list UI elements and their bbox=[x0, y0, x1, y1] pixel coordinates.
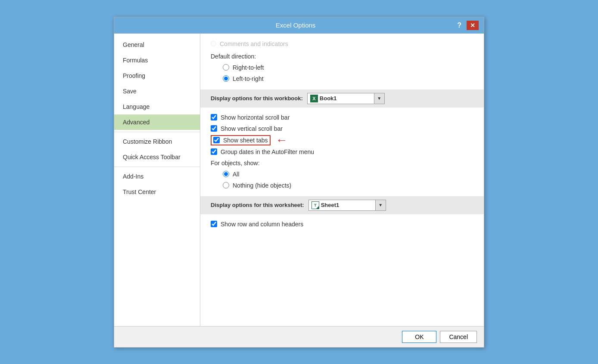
show-row-col-checkbox[interactable] bbox=[211, 221, 217, 227]
workbook-dropdown[interactable]: X Book1 ▼ bbox=[307, 93, 385, 104]
workbook-section-header: Display options for this workbook: X Boo… bbox=[200, 89, 484, 108]
help-button[interactable]: ? bbox=[455, 21, 464, 30]
worksheet-dropdown-arrow[interactable]: ▼ bbox=[375, 200, 386, 210]
show-hscroll-row: Show horizontal scroll bar bbox=[211, 112, 473, 123]
rtl-label: Right-to-left bbox=[233, 64, 264, 71]
top-partial-text: Comments and indicators bbox=[211, 40, 473, 51]
workbook-section-label: Display options for this workbook: bbox=[211, 95, 303, 102]
for-objects-all-row: All bbox=[223, 169, 473, 180]
sidebar-divider bbox=[114, 132, 200, 132]
show-sheet-tabs-row-container: Show sheet tabs ← bbox=[211, 134, 473, 146]
title-bar-controls: ? ✕ bbox=[455, 21, 479, 30]
scroll-area[interactable]: Comments and indicators Default directio… bbox=[200, 34, 484, 326]
show-sheet-tabs-label: Show sheet tabs bbox=[223, 137, 268, 144]
default-direction-label: Default direction: bbox=[211, 51, 473, 62]
ltr-radio[interactable] bbox=[223, 75, 229, 82]
rtl-radio[interactable] bbox=[223, 64, 229, 71]
sidebar-item-formulas[interactable]: Formulas bbox=[114, 52, 200, 68]
dialog-footer: OK Cancel bbox=[114, 326, 484, 347]
group-dates-checkbox[interactable] bbox=[211, 148, 217, 155]
worksheet-icon: T bbox=[311, 201, 319, 209]
worksheet-section-header: Display options for this worksheet: T Sh… bbox=[200, 196, 484, 214]
title-bar: Excel Options ? ✕ bbox=[114, 17, 484, 34]
for-objects-all-label: All bbox=[233, 171, 240, 178]
show-vscroll-row: Show vertical scroll bar bbox=[211, 123, 473, 134]
show-row-col-label: Show row and column headers bbox=[221, 221, 303, 228]
for-objects-label: For objects, show: bbox=[211, 157, 473, 169]
sidebar-item-language[interactable]: Language bbox=[114, 99, 200, 114]
sidebar-divider-2 bbox=[114, 167, 200, 167]
sidebar-item-trust-center[interactable]: Trust Center bbox=[114, 184, 200, 200]
workbook-dropdown-arrow[interactable]: ▼ bbox=[374, 93, 384, 104]
for-objects-all-radio[interactable] bbox=[223, 171, 229, 177]
for-objects-nothing-label: Nothing (hide objects) bbox=[233, 182, 291, 189]
show-hscroll-checkbox[interactable] bbox=[211, 114, 217, 120]
show-row-col-headers-row: Show row and column headers bbox=[211, 219, 473, 230]
comments-radio bbox=[211, 41, 216, 46]
sidebar-item-quick-access[interactable]: Quick Access Toolbar bbox=[114, 149, 200, 165]
sidebar-item-advanced[interactable]: Advanced bbox=[114, 114, 200, 130]
workbook-dropdown-label: X Book1 bbox=[308, 95, 374, 102]
arrow-indicator: ← bbox=[276, 134, 288, 146]
worksheet-dropdown-label: T Sheet1 bbox=[309, 201, 375, 209]
worksheet-dropdown[interactable]: T Sheet1 ▼ bbox=[308, 200, 386, 211]
main-content: Comments and indicators Default directio… bbox=[200, 34, 484, 326]
worksheet-section-label: Display options for this worksheet: bbox=[211, 202, 304, 208]
group-dates-row: Group dates in the AutoFilter menu bbox=[211, 146, 473, 157]
ok-button[interactable]: OK bbox=[402, 331, 436, 343]
workbook-name: Book1 bbox=[320, 95, 337, 102]
show-vscroll-label: Show vertical scroll bar bbox=[221, 125, 283, 132]
sidebar-item-save[interactable]: Save bbox=[114, 83, 200, 99]
default-direction-section: Default direction: Right-to-left Left-to… bbox=[211, 51, 473, 84]
for-objects-nothing-radio[interactable] bbox=[223, 182, 229, 188]
comments-label: Comments and indicators bbox=[220, 40, 288, 47]
excel-workbook-icon: X bbox=[310, 95, 318, 102]
close-button[interactable]: ✕ bbox=[467, 21, 479, 30]
dialog-body: General Formulas Proofing Save Language … bbox=[114, 34, 484, 326]
sidebar-item-customize-ribbon[interactable]: Customize Ribbon bbox=[114, 134, 200, 149]
show-sheet-tabs-highlight: Show sheet tabs bbox=[211, 135, 271, 145]
for-objects-nothing-row: Nothing (hide objects) bbox=[223, 180, 473, 191]
show-vscroll-checkbox[interactable] bbox=[211, 125, 217, 132]
dialog-title: Excel Options bbox=[137, 22, 455, 29]
ltr-label: Left-to-right bbox=[233, 75, 264, 82]
show-hscroll-label: Show horizontal scroll bar bbox=[221, 114, 290, 121]
ltr-option-row: Left-to-right bbox=[223, 73, 473, 84]
rtl-option-row: Right-to-left bbox=[223, 62, 473, 73]
sidebar-item-add-ins[interactable]: Add-Ins bbox=[114, 169, 200, 184]
excel-options-dialog: Excel Options ? ✕ General Formulas Proof… bbox=[114, 17, 484, 348]
sidebar: General Formulas Proofing Save Language … bbox=[114, 34, 200, 326]
show-sheet-tabs-checkbox[interactable] bbox=[213, 137, 220, 143]
worksheet-name: Sheet1 bbox=[321, 202, 339, 208]
group-dates-label: Group dates in the AutoFilter menu bbox=[221, 148, 314, 155]
sidebar-item-proofing[interactable]: Proofing bbox=[114, 68, 200, 83]
sidebar-item-general[interactable]: General bbox=[114, 37, 200, 52]
cancel-button[interactable]: Cancel bbox=[440, 331, 477, 343]
